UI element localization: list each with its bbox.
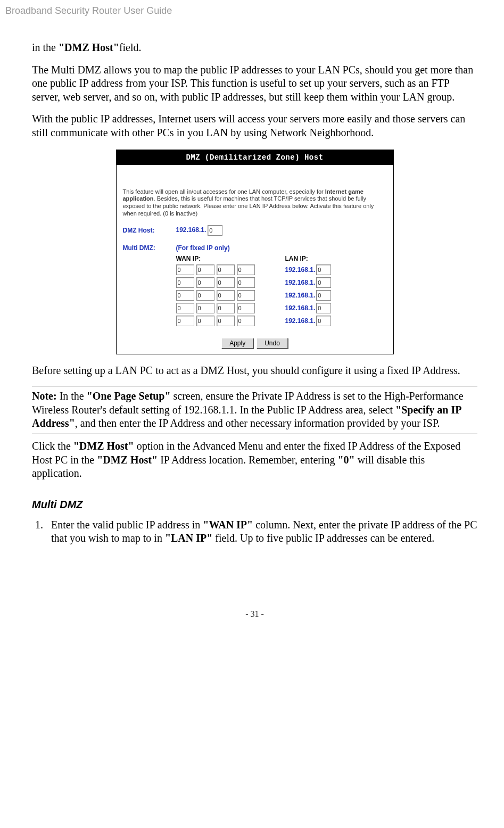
lan-ip-input[interactable]: 0 <box>316 264 331 275</box>
ip-prefix: 192.168.1. <box>285 317 316 325</box>
multi-dmz-sublabel: (For fixed IP only) <box>176 244 230 252</box>
wan-ip-octet-input[interactable]: 0 <box>196 277 214 288</box>
text-bold: "DMZ Host" <box>59 42 119 53</box>
ip-prefix: 192.168.1. <box>285 304 316 312</box>
wan-ip-octet-input[interactable]: 0 <box>237 316 255 326</box>
text: Click the <box>32 440 73 452</box>
paragraph: With the public IP addresses, Internet u… <box>32 112 477 139</box>
running-header: Broadband Security Router User Guide <box>5 5 477 16</box>
text: This feature will open all in/out access… <box>123 188 325 195</box>
text-bold: "LAN IP" <box>165 532 212 544</box>
lan-ip-input[interactable]: 0 <box>316 316 331 326</box>
wan-ip-octet-input[interactable]: 0 <box>196 264 214 275</box>
multi-dmz-row: 0 0 0 0 192.168.1. 0 <box>176 277 387 288</box>
multi-dmz-row: 0 0 0 0 192.168.1. 0 <box>176 290 387 301</box>
dmz-config-screenshot: DMZ (Demilitarized Zone) Host This featu… <box>116 150 394 354</box>
ordered-list: Enter the valid public IP address in "WA… <box>32 518 477 545</box>
lan-ip-input[interactable]: 0 <box>316 290 331 301</box>
text: IP Address location. Remember, entering <box>158 454 337 466</box>
dialog-description: This feature will open all in/out access… <box>117 186 393 223</box>
apply-button[interactable]: Apply <box>221 338 253 349</box>
wan-ip-octet-input[interactable]: 0 <box>176 264 194 275</box>
paragraph: Before setting up a LAN PC to act as a D… <box>32 364 477 378</box>
figure-container: DMZ (Demilitarized Zone) Host This featu… <box>32 150 477 354</box>
wan-ip-octet-input[interactable]: 0 <box>196 303 214 313</box>
lan-ip-input[interactable]: 0 <box>316 277 331 288</box>
wan-ip-octet-input[interactable]: 0 <box>176 277 194 288</box>
note-lead: Note: <box>32 390 57 402</box>
text-bold: "DMZ Host" <box>97 454 158 466</box>
text: field. Up to five public IP addresses ca… <box>212 532 434 544</box>
wan-ip-octet-input[interactable]: 0 <box>237 290 255 301</box>
wan-ip-header: WAN IP: <box>176 255 285 262</box>
undo-button[interactable]: Undo <box>257 338 288 349</box>
wan-ip-octet-input[interactable]: 0 <box>217 316 235 326</box>
wan-ip-octet-input[interactable]: 0 <box>237 264 255 275</box>
wan-ip-octet-input[interactable]: 0 <box>217 303 235 313</box>
ip-prefix: 192.168.1. <box>285 292 316 299</box>
wan-ip-octet-input[interactable]: 0 <box>196 316 214 326</box>
note-block: Note: In the "One Page Setup" screen, en… <box>32 386 477 434</box>
paragraph: The Multi DMZ allows you to map the publ… <box>32 63 477 104</box>
multi-dmz-row: 0 0 0 0 192.168.1. 0 <box>176 316 387 326</box>
wan-ip-octet-input[interactable]: 0 <box>176 316 194 326</box>
ip-prefix: 192.168.1. <box>285 266 316 274</box>
text: . Besides, this is useful for machines t… <box>123 195 374 217</box>
text-bold: "One Page Setup" <box>87 390 171 402</box>
text: Enter the valid public IP address in <box>51 519 203 531</box>
section-subhead: Multi DMZ <box>32 499 477 511</box>
lan-ip-input[interactable]: 0 <box>316 303 331 313</box>
wan-ip-octet-input[interactable]: 0 <box>176 303 194 313</box>
wan-ip-octet-input[interactable]: 0 <box>176 290 194 301</box>
list-item: Enter the valid public IP address in "WA… <box>46 518 477 545</box>
text: in the <box>32 42 59 53</box>
paragraph: in the "DMZ Host"field. <box>32 41 477 55</box>
text-bold: "0" <box>338 454 355 466</box>
paragraph: Click the "DMZ Host" option in the Advan… <box>32 440 477 481</box>
text: In the <box>57 390 87 402</box>
dialog-title: DMZ (Demilitarized Zone) Host <box>117 150 393 165</box>
wan-ip-octet-input[interactable]: 0 <box>217 290 235 301</box>
multi-dmz-row: 0 0 0 0 192.168.1. 0 <box>176 264 387 275</box>
text: field. <box>119 42 142 53</box>
ip-prefix: 192.168.1. <box>176 226 206 233</box>
text-bold: "DMZ Host" <box>73 440 134 452</box>
text: , and then enter the IP Address and othe… <box>75 417 440 429</box>
multi-dmz-label: Multi DMZ: <box>123 244 176 252</box>
wan-ip-octet-input[interactable]: 0 <box>237 277 255 288</box>
dmz-host-label: DMZ Host: <box>123 227 176 234</box>
wan-ip-octet-input[interactable]: 0 <box>217 277 235 288</box>
page-number: - 31 - <box>32 609 477 619</box>
wan-ip-octet-input[interactable]: 0 <box>237 303 255 313</box>
wan-ip-octet-input[interactable]: 0 <box>217 264 235 275</box>
dmz-host-input[interactable]: 0 <box>208 225 222 236</box>
ip-prefix: 192.168.1. <box>285 279 316 286</box>
multi-dmz-row: 0 0 0 0 192.168.1. 0 <box>176 303 387 313</box>
text-bold: "WAN IP" <box>203 519 253 531</box>
wan-ip-octet-input[interactable]: 0 <box>196 290 214 301</box>
lan-ip-header: LAN IP: <box>285 255 308 262</box>
